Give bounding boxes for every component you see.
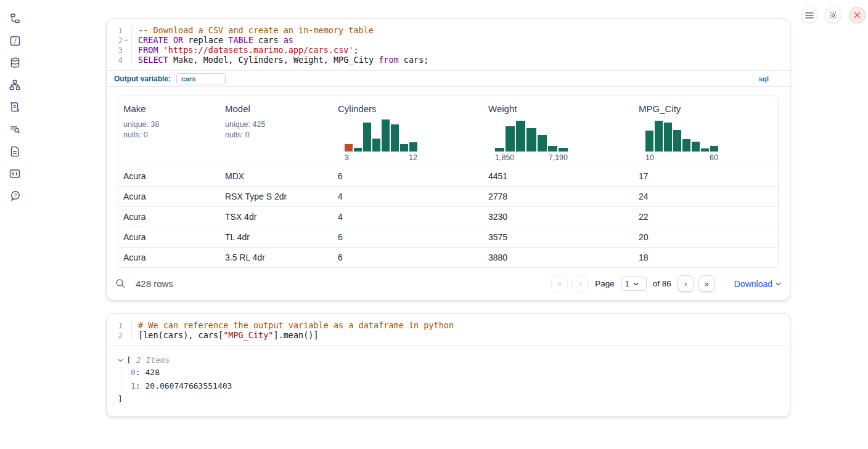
search-button[interactable] — [115, 278, 126, 289]
column-name: Model — [225, 103, 333, 114]
line-gutter: 3 — [107, 45, 132, 55]
file-tree-icon — [9, 13, 20, 24]
sql-code-editor[interactable]: 1-- Download a CSV and create an in-memo… — [107, 19, 790, 70]
code-token: ; — [354, 45, 359, 55]
histogram-bar — [701, 148, 709, 152]
code-text: # We can reference the output variable a… — [132, 320, 454, 330]
axis-min-label: 3 — [345, 153, 349, 162]
notebook-area: 1-- Download a CSV and create an in-memo… — [106, 18, 790, 417]
page-label: Page — [595, 279, 615, 288]
pagination: « ‹ Page 1 of 86 › » Download — [551, 275, 781, 292]
document-panel-button[interactable] — [3, 140, 27, 163]
code-token: 'https://datasets.marimo.app/cars.csv' — [163, 45, 354, 55]
settings-button[interactable] — [825, 7, 841, 23]
scroll-icon — [9, 102, 20, 113]
line-gutter: 2 — [107, 330, 132, 340]
column-header-mpg_city[interactable]: MPG_City1060 — [634, 103, 778, 162]
column-stat: unique: 425 — [225, 119, 333, 130]
list-search-panel-button[interactable] — [3, 118, 27, 140]
prev-page-button[interactable]: ‹ — [572, 275, 589, 292]
code-token: cars — [253, 35, 284, 45]
svg-text:f: f — [14, 38, 17, 44]
table-cell: 17 — [634, 171, 778, 181]
code-token: CREATE OR — [138, 35, 183, 45]
histogram-bar — [655, 121, 663, 152]
histogram-bar — [538, 135, 547, 152]
line-number: 1 — [118, 321, 123, 330]
list-search-icon — [9, 124, 20, 135]
code-line: 2CREATE OR replace TABLE cars as — [107, 35, 790, 45]
tree-items-count: 2 Items — [136, 355, 170, 365]
column-header-cylinders[interactable]: Cylinders312 — [333, 103, 483, 162]
column-histogram: 1060 — [639, 119, 719, 162]
code-token: cars; — [399, 55, 429, 65]
fold-slot — [123, 26, 129, 34]
table-cell: 3575 — [483, 232, 634, 242]
code-token — [158, 45, 163, 55]
table-cell: 3.5 RL 4dr — [220, 253, 333, 262]
output-variable-input[interactable] — [176, 73, 226, 84]
code-line: 4SELECT Make, Model, Cylinders, Weight, … — [107, 55, 790, 65]
output-variable-row: Output variable: sql — [107, 70, 790, 86]
line-number: 4 — [118, 55, 123, 65]
tree-entry-value: 20.060747663551403 — [145, 381, 232, 390]
code-token: TABLE — [228, 35, 253, 45]
scroll-panel-button[interactable] — [3, 96, 27, 118]
tree-entry-colon: : — [136, 381, 145, 390]
code-token: as — [284, 35, 293, 45]
next-page-button[interactable]: › — [678, 275, 694, 292]
histogram-bar — [354, 148, 362, 152]
function-square-panel-button[interactable]: f — [3, 30, 27, 52]
line-gutter: 1 — [107, 25, 132, 35]
histogram-bar — [710, 146, 718, 152]
axis-min-label: 1,850 — [495, 153, 514, 162]
close-button[interactable] — [849, 7, 866, 23]
column-header-weight[interactable]: Weight1,8507,190 — [483, 103, 634, 162]
histogram-bar — [391, 124, 399, 152]
table-cell: 3880 — [483, 253, 634, 262]
code-text: CREATE OR replace TABLE cars as — [132, 35, 293, 45]
menu-button[interactable] — [801, 7, 817, 23]
last-page-button[interactable]: » — [698, 275, 715, 292]
fold-slot — [123, 56, 129, 63]
code-text: -- Download a CSV and create an in-memor… — [132, 25, 374, 35]
line-gutter: 2 — [107, 35, 132, 45]
page-select[interactable]: 1 — [621, 277, 647, 291]
histogram-bar — [516, 121, 525, 152]
code-line: 1# We can reference the output variable … — [107, 320, 790, 330]
first-page-button[interactable]: « — [551, 275, 568, 292]
table-body: AcuraMDX6445117AcuraRSX Type S 2dr427782… — [118, 166, 778, 267]
tree-children: 0: 4281: 20.060747663551403 — [121, 366, 779, 393]
download-button[interactable]: Download — [734, 279, 781, 289]
window-controls — [801, 7, 866, 23]
table-cell: 6 — [333, 253, 483, 262]
dependency-graph-panel-button[interactable] — [3, 74, 27, 96]
histogram-bar — [506, 126, 515, 152]
help-chat-panel-button[interactable]: ? — [3, 185, 27, 207]
histogram-bar — [409, 142, 417, 152]
fold-chevron-icon[interactable] — [124, 39, 128, 42]
database-panel-button[interactable] — [3, 52, 27, 74]
help-chat-icon: ? — [10, 190, 20, 201]
column-header-make[interactable]: Makeunique: 38nulls: 0 — [118, 103, 220, 162]
column-header-model[interactable]: Modelunique: 425nulls: 0 — [220, 103, 333, 162]
table-row: AcuraTL 4dr6357520 — [118, 227, 778, 247]
column-histogram: 312 — [338, 119, 418, 162]
axis-max-label: 12 — [409, 153, 417, 162]
table-cell: 4451 — [483, 171, 634, 181]
table-cell: 4 — [333, 192, 483, 201]
snippets-icon — [9, 169, 20, 179]
python-code-editor[interactable]: 1# We can reference the output variable … — [107, 314, 790, 346]
line-number: 2 — [118, 36, 123, 45]
column-name: Cylinders — [338, 103, 483, 114]
histogram-axis-labels: 1,8507,190 — [495, 153, 568, 162]
tree-collapse-toggle[interactable] — [118, 358, 123, 362]
tree-entry-value: 428 — [145, 368, 159, 377]
histogram-bar — [673, 130, 681, 152]
sql-cell-output: Makeunique: 38nulls: 0Modelunique: 425nu… — [107, 86, 790, 300]
tree-entry: 1: 20.060747663551403 — [131, 379, 779, 393]
histogram-bars — [645, 119, 718, 152]
file-tree-panel-button[interactable] — [3, 7, 27, 30]
axis-min-label: 10 — [645, 153, 654, 162]
snippets-panel-button[interactable] — [3, 163, 27, 185]
